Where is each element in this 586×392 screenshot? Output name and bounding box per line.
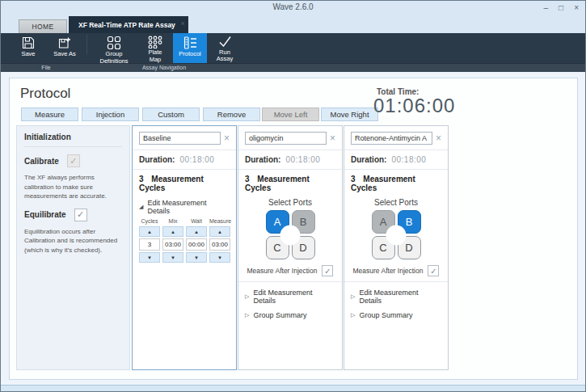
remove-button[interactable]: Remove bbox=[203, 107, 260, 121]
ribbon-buttons: Save Save As Grou bbox=[1, 33, 242, 63]
run-assay-icon bbox=[218, 36, 232, 48]
save-as-icon bbox=[58, 36, 71, 50]
equilibrate-checkbox[interactable]: ✓ bbox=[74, 209, 87, 221]
port-selector: A B C D bbox=[266, 210, 315, 259]
cycles-count: 3 bbox=[351, 175, 356, 183]
wait-down-button[interactable]: ▼ bbox=[186, 252, 207, 263]
measure-after-injection-checkbox[interactable]: ✓ bbox=[322, 265, 333, 276]
up-arrow-icon: ▲ bbox=[147, 230, 152, 234]
tab-close-icon[interactable]: × bbox=[181, 19, 185, 27]
move-right-button[interactable]: Move Right bbox=[321, 107, 378, 121]
measure-button[interactable]: Measure bbox=[21, 107, 78, 121]
divider bbox=[238, 150, 342, 150]
cycles-up-button[interactable]: ▲ bbox=[139, 226, 160, 237]
plate-map-button[interactable]: Plate Map bbox=[137, 33, 173, 63]
maximize-icon[interactable]: □ bbox=[559, 2, 563, 14]
protocol-label: Protocol bbox=[179, 51, 201, 58]
group-definitions-icon bbox=[107, 36, 121, 50]
initialization-title: Initialization bbox=[24, 133, 122, 147]
divider bbox=[133, 150, 236, 150]
equilibrate-label: Equilibrate bbox=[24, 210, 66, 219]
tab-strip: HOME XF Real-Time ATP Rate Assay × bbox=[1, 15, 585, 33]
group-summary-label: Group Summary bbox=[253, 311, 306, 319]
measure-after-injection-checkbox[interactable]: ✓ bbox=[428, 265, 439, 276]
duration-label: Duration: bbox=[351, 155, 386, 164]
ribbon-separator bbox=[86, 35, 87, 54]
measure-down-button[interactable]: ▼ bbox=[209, 252, 230, 263]
grid-header-wait: Wait bbox=[186, 218, 207, 224]
group-definitions-button[interactable]: Group Definitions bbox=[91, 33, 137, 63]
protocol-button[interactable]: Protocol bbox=[173, 33, 207, 63]
step-name-input[interactable] bbox=[245, 132, 327, 145]
save-label: Save bbox=[21, 51, 35, 58]
run-assay-button[interactable]: Run Assay bbox=[207, 33, 242, 63]
delete-step-icon[interactable]: × bbox=[330, 133, 335, 143]
title-bar: Wave 2.6.0 – □ × bbox=[1, 1, 585, 15]
mix-value-input[interactable] bbox=[162, 238, 183, 251]
move-left-button: Move Left bbox=[262, 107, 319, 121]
edit-measurement-details-expander[interactable]: ▷ Edit Measurement Details bbox=[245, 289, 335, 305]
injection-button[interactable]: Injection bbox=[82, 107, 139, 121]
expander-collapsed-icon: ▷ bbox=[245, 293, 249, 300]
delete-step-icon[interactable]: × bbox=[224, 133, 230, 143]
check-icon: ✓ bbox=[77, 209, 84, 220]
step-column-rotenone-antimycin-a[interactable]: × Duration: 00:18:00 3 Measurement Cycle… bbox=[344, 125, 449, 370]
cycles-down-button[interactable]: ▼ bbox=[139, 252, 160, 263]
check-icon: ✓ bbox=[430, 267, 436, 276]
save-as-label: Save As bbox=[52, 51, 78, 58]
tab-home[interactable]: HOME bbox=[19, 19, 67, 33]
save-button[interactable]: Save bbox=[11, 33, 46, 63]
divider bbox=[238, 169, 342, 170]
wait-up-button[interactable]: ▲ bbox=[186, 226, 207, 237]
grid-header-cycles: Cycles bbox=[139, 218, 160, 224]
run-assay-label: Run Assay bbox=[212, 49, 238, 63]
close-icon[interactable]: × bbox=[574, 2, 579, 14]
custom-button[interactable]: Custom bbox=[142, 107, 200, 121]
edit-measurement-details-expander[interactable]: ◢ Edit Measurement Details bbox=[139, 199, 230, 215]
check-icon: ✓ bbox=[70, 156, 77, 166]
step-column-baseline[interactable]: × Duration: 00:18:00 3 Measurement Cycle… bbox=[132, 125, 237, 370]
measure-after-injection-label: Measure After Injection bbox=[247, 267, 318, 275]
plate-map-label: Plate Map bbox=[142, 49, 168, 63]
duration-value: 00:18:00 bbox=[285, 155, 320, 164]
wait-value-input[interactable] bbox=[186, 238, 207, 251]
measurement-grid: Cycles Mix Wait Measure ▲ ▲ ▲ ▲ ▼ ▼ bbox=[139, 218, 230, 263]
cycles-value-input[interactable] bbox=[139, 238, 160, 251]
step-name-input[interactable] bbox=[351, 132, 432, 145]
measure-up-button[interactable]: ▲ bbox=[209, 226, 230, 237]
duration-label: Duration: bbox=[245, 155, 280, 164]
app-window: Wave 2.6.0 – □ × HOME XF Real-Time ATP R… bbox=[0, 0, 586, 392]
port-selector: A B C D bbox=[372, 210, 421, 259]
edit-measurement-details-expander[interactable]: ▷ Edit Measurement Details bbox=[351, 289, 441, 305]
edit-measurement-details-label: Edit Measurement Details bbox=[359, 289, 441, 305]
up-arrow-icon: ▲ bbox=[194, 230, 199, 234]
delete-step-icon[interactable]: × bbox=[436, 133, 441, 143]
initialization-panel: Initialization Calibrate ✓ The XF always… bbox=[16, 125, 130, 370]
divider bbox=[344, 150, 448, 150]
step-column-oligomycin[interactable]: × Duration: 00:18:00 3 Measurement Cycle… bbox=[238, 125, 343, 370]
cycles-label: Measurement Cycles bbox=[351, 175, 415, 192]
select-ports-label: Select Ports bbox=[245, 198, 335, 207]
step-name-input[interactable] bbox=[139, 132, 221, 145]
down-arrow-icon: ▼ bbox=[194, 255, 199, 260]
mix-down-button[interactable]: ▼ bbox=[162, 252, 183, 263]
up-arrow-icon: ▲ bbox=[171, 230, 175, 234]
step-name-row: × bbox=[245, 132, 335, 145]
plate-map-icon bbox=[148, 36, 162, 48]
divider bbox=[344, 281, 448, 282]
page-title: Protocol bbox=[20, 86, 70, 102]
mix-up-button[interactable]: ▲ bbox=[162, 226, 183, 237]
ribbon-group-band: File Assay Navigation bbox=[1, 63, 585, 72]
measure-value-input[interactable] bbox=[209, 238, 230, 251]
save-as-button[interactable]: Save As bbox=[46, 33, 83, 63]
expander-collapsed-icon: ▷ bbox=[351, 293, 355, 300]
calibrate-note: The XF always performs calibration to ma… bbox=[24, 173, 122, 201]
group-summary-expander[interactable]: ▷ Group Summary bbox=[351, 311, 441, 319]
window-title: Wave 2.6.0 bbox=[1, 2, 585, 11]
tab-assay[interactable]: XF Real-Time ATP Rate Assay × bbox=[69, 16, 188, 33]
measure-after-injection-label: Measure After Injection bbox=[353, 267, 424, 275]
minimize-icon[interactable]: – bbox=[544, 2, 549, 14]
group-summary-expander[interactable]: ▷ Group Summary bbox=[245, 311, 335, 319]
measure-after-injection-row: Measure After Injection ✓ bbox=[351, 265, 441, 276]
grid-header-measure: Measure bbox=[209, 218, 230, 224]
